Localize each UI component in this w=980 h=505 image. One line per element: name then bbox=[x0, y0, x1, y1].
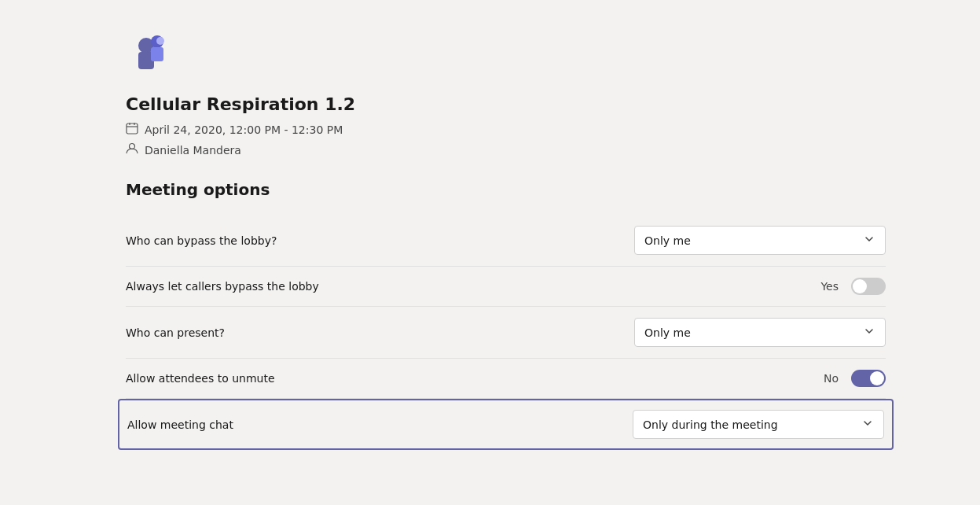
page-container: Cellular Respiration 1.2 April 24, 2020,… bbox=[0, 16, 980, 505]
who-can-present-dropdown[interactable]: Only me bbox=[634, 318, 886, 347]
allow-chat-control: Only during the meeting bbox=[633, 410, 884, 439]
bypass-lobby-value: Only me bbox=[644, 234, 691, 247]
option-row-who-can-present: Who can present? Only me bbox=[126, 307, 886, 359]
callers-bypass-toggle-label: Yes bbox=[820, 280, 839, 293]
callers-bypass-label: Always let callers bypass the lobby bbox=[126, 280, 820, 293]
allow-chat-chevron-icon bbox=[861, 417, 874, 432]
meeting-organizer: Daniella Mandera bbox=[145, 144, 241, 157]
allow-chat-label: Allow meeting chat bbox=[127, 418, 633, 431]
who-can-present-value: Only me bbox=[644, 326, 691, 339]
option-row-bypass-lobby: Who can bypass the lobby? Only me bbox=[126, 215, 886, 267]
allow-unmute-control: No bbox=[824, 370, 886, 387]
allow-chat-dropdown[interactable]: Only during the meeting bbox=[633, 410, 884, 439]
who-can-present-chevron-icon bbox=[863, 325, 875, 340]
bypass-lobby-chevron-icon bbox=[863, 233, 875, 248]
meeting-organizer-row: Daniella Mandera bbox=[126, 142, 949, 158]
teams-logo bbox=[126, 31, 949, 82]
allow-chat-value: Only during the meeting bbox=[643, 418, 778, 431]
option-row-callers-bypass: Always let callers bypass the lobby Yes bbox=[126, 267, 886, 307]
bypass-lobby-label: Who can bypass the lobby? bbox=[126, 234, 634, 247]
meeting-title: Cellular Respiration 1.2 bbox=[126, 94, 949, 114]
allow-unmute-toggle-label: No bbox=[824, 372, 839, 385]
callers-bypass-toggle-knob bbox=[853, 279, 867, 293]
option-row-allow-unmute: Allow attendees to unmute No bbox=[126, 359, 886, 399]
calendar-icon bbox=[126, 122, 138, 138]
allow-unmute-label: Allow attendees to unmute bbox=[126, 372, 824, 385]
bypass-lobby-control: Only me bbox=[634, 226, 886, 255]
bypass-lobby-dropdown[interactable]: Only me bbox=[634, 226, 886, 255]
section-title: Meeting options bbox=[126, 180, 949, 199]
meeting-datetime-row: April 24, 2020, 12:00 PM - 12:30 PM bbox=[126, 122, 949, 138]
option-row-allow-chat: Allow meeting chat Only during the meeti… bbox=[118, 399, 894, 450]
options-container: Who can bypass the lobby? Only me Always… bbox=[126, 215, 886, 450]
who-can-present-control: Only me bbox=[634, 318, 886, 347]
meeting-datetime: April 24, 2020, 12:00 PM - 12:30 PM bbox=[145, 123, 343, 136]
svg-rect-6 bbox=[127, 123, 138, 134]
person-icon bbox=[126, 142, 138, 158]
allow-unmute-toggle[interactable] bbox=[851, 370, 886, 387]
callers-bypass-toggle[interactable] bbox=[851, 278, 886, 295]
who-can-present-label: Who can present? bbox=[126, 326, 634, 339]
callers-bypass-control: Yes bbox=[820, 278, 886, 295]
svg-rect-4 bbox=[151, 47, 163, 61]
svg-point-5 bbox=[156, 37, 164, 45]
allow-unmute-toggle-knob bbox=[870, 371, 884, 385]
